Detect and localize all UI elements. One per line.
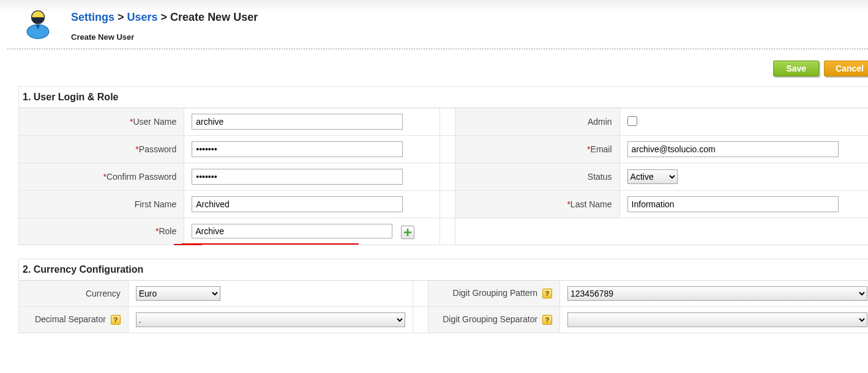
section-heading-login: 1. User Login & Role [19,87,869,108]
admin-checkbox[interactable] [627,116,637,126]
save-button[interactable]: Save [773,61,819,76]
divider [7,48,868,50]
status-select[interactable]: Active [627,169,678,184]
password-field[interactable] [192,141,403,157]
user-avatar-icon [22,7,54,39]
label-confirm-password: *Confirm Password [19,163,184,191]
confirm-password-field[interactable] [192,169,403,185]
user-name-field[interactable] [192,114,403,130]
breadcrumb-settings[interactable]: Settings [71,11,114,23]
email-field[interactable] [627,141,839,157]
label-currency: Currency [19,280,129,306]
label-role: *Role [19,218,184,245]
user-login-role-table: 1. User Login & Role *User Name Admin *P… [18,86,868,245]
add-role-button[interactable] [401,226,414,239]
breadcrumb: Settings > Users > Create New User [71,11,258,24]
digit-grouping-pattern-select[interactable]: 123456789 [567,286,867,301]
first-name-field[interactable] [192,196,403,212]
label-digit-grouping-pattern: Digit Grouping Pattern ? [428,280,559,306]
breadcrumb-current: Create New User [170,11,258,23]
currency-select[interactable]: Euro [136,286,220,301]
role-field[interactable] [192,224,392,238]
section-heading-currency: 2. Currency Configuration [19,259,869,280]
label-password: *Password [19,136,184,163]
decimal-separator-select[interactable]: . [136,312,405,327]
label-email: *Email [455,136,619,163]
help-icon[interactable]: ? [111,315,121,325]
breadcrumb-sep: > [158,11,171,23]
label-status: Status [455,163,619,191]
currency-config-table: 2. Currency Configuration Currency Euro … [18,259,868,333]
plus-icon [403,228,412,237]
help-icon[interactable]: ? [542,289,552,298]
label-user-name: *User Name [19,108,184,136]
help-icon[interactable]: ? [542,315,552,325]
svg-rect-3 [404,232,411,234]
label-last-name: *Last Name [455,191,619,218]
digit-grouping-separator-select[interactable] [567,312,867,327]
breadcrumb-sep: > [114,11,127,23]
cancel-button[interactable]: Cancel [824,61,868,76]
page-title: Create New User [71,32,258,42]
label-decimal-separator: Decimal Separator ? [19,306,129,333]
label-admin: Admin [455,108,619,136]
last-name-field[interactable] [627,196,839,212]
breadcrumb-users[interactable]: Users [127,11,158,23]
label-first-name: First Name [19,191,184,218]
label-digit-grouping-separator: Digit Grouping Separator ? [428,306,559,333]
